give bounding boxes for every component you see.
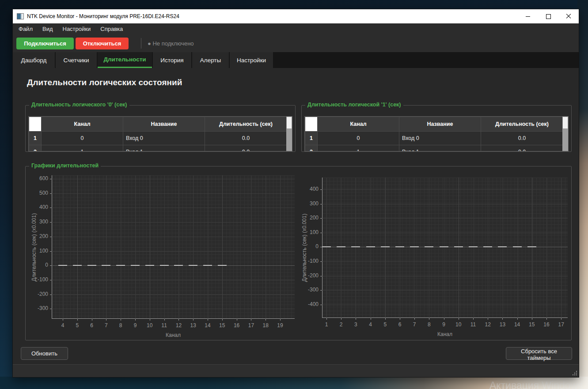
y-gridline [52,309,295,309]
cell-name[interactable]: Вход 1 [399,145,481,152]
cell-name[interactable]: Вход 1 [123,145,205,152]
row-number: 1 [305,132,318,145]
window-title: NTK Device Monitor - Мониторинг модуля P… [27,13,518,19]
x-tick-label: 18 [259,322,272,329]
tab-durations[interactable]: Длительности [98,52,152,68]
cell-duration[interactable]: 0.0 [481,132,563,145]
y-gridline [322,204,568,204]
y-gridline [52,251,295,252]
y-tick-mark [320,204,322,204]
x-tick-mark [561,318,561,320]
menu-view[interactable]: Вид [38,23,58,34]
cell-duration[interactable]: 0.0 [481,145,563,152]
x-tick-mark [150,319,150,321]
connection-status: ● Не подключено [148,40,194,47]
tab-alerts[interactable]: Алерты [192,52,229,68]
y-tick-mark [50,265,52,266]
x-tick-mark [106,319,106,321]
zero-duration-marker [203,265,212,266]
col-header-channel[interactable]: Канал [42,117,123,132]
x-tick-label: 17 [244,322,258,329]
menu-settings[interactable]: Настройки [58,23,96,34]
title-bar[interactable]: NTK Device Monitor - Мониторинг модуля P… [13,9,579,23]
x-gridline [178,175,179,319]
y-tick-label: -300 [298,287,319,293]
x-tick-label: 13 [496,321,509,328]
menu-help[interactable]: Справка [95,23,128,34]
cell-name[interactable]: Вход 0 [399,132,481,145]
x-gridline [193,175,193,319]
x-tick-mark [222,319,223,321]
tab-dashboard[interactable]: Дашборд [13,52,55,68]
y-gridline [52,208,295,208]
close-button[interactable] [558,9,579,23]
x-gridline [92,175,92,319]
reset-all-timers-button[interactable]: Сбросить все таймеры [506,347,572,360]
disconnect-button[interactable]: Отключиться [76,38,129,49]
chart-plot-area [52,175,295,319]
x-tick-mark [121,319,121,321]
x-tick-label: 5 [71,322,84,329]
refresh-button[interactable]: Обновить [21,347,68,360]
x-tick-mark [135,319,136,321]
minimize-button[interactable] [518,9,538,23]
cell-channel[interactable]: 0 [318,132,399,145]
x-tick-label: 2 [334,321,348,328]
cell-duration[interactable]: 0.0 [205,132,287,145]
x-tick-label: 10 [143,322,156,329]
x-tick-mark [473,318,474,320]
scrollbar-thumb[interactable] [286,117,292,129]
col-header-duration[interactable]: Длительность (сек) [205,117,287,132]
col-header-duration[interactable]: Длительность (сек) [481,117,563,132]
col-header-name[interactable]: Название [123,117,205,132]
zero-duration-marker [73,265,82,266]
x-tick-label: 7 [99,322,113,329]
vertical-scrollbar[interactable] [286,117,292,151]
duration-one-table[interactable]: Канал Название Длительность (сек) 10Вход… [305,117,563,151]
cell-channel[interactable]: 1 [318,145,399,152]
y-tick-mark [50,193,52,194]
table-row[interactable]: 21Вход 10.0 [29,145,287,152]
x-tick-label: 11 [158,322,171,329]
scrollbar-thumb[interactable] [562,117,568,129]
table-row[interactable]: 10Вход 00.0 [305,132,563,145]
zero-duration-marker [366,246,375,247]
x-tick-label: 14 [511,321,524,328]
x-gridline [385,178,386,318]
minimize-icon [526,16,530,17]
resize-grip[interactable] [572,370,577,375]
table-row[interactable]: 21Вход 10.0 [305,145,563,152]
zero-duration-marker [454,246,463,247]
y-tick-mark [50,280,52,280]
x-tick-mark [193,319,193,321]
zero-duration-marker [395,246,404,247]
maximize-button[interactable] [538,9,558,23]
tab-bar: Дашборд Счетчики Длительности История Ал… [13,52,579,68]
cell-channel[interactable]: 0 [42,132,123,145]
tab-history[interactable]: История [153,52,191,68]
duration-zero-table[interactable]: Канал Название Длительность (сек) 10Вход… [29,117,287,151]
tab-counters[interactable]: Счетчики [56,52,97,68]
cell-duration[interactable]: 0.0 [205,145,287,152]
y-tick-mark [320,233,322,233]
vertical-scrollbar[interactable] [562,117,568,151]
tab-settings[interactable]: Настройки [230,52,273,68]
y-gridline [322,290,568,291]
x-gridline [164,175,165,319]
table-row[interactable]: 10Вход 00.0 [29,132,287,145]
x-tick-mark [237,319,237,321]
zero-duration-marker [145,265,154,266]
cell-channel[interactable]: 1 [42,145,123,152]
x-gridline [488,178,488,318]
x-gridline [208,175,208,319]
page-title: Длительности логических состояний [27,78,182,87]
zero-duration-marker [469,246,478,247]
table-corner-cell[interactable] [29,117,42,132]
cell-name[interactable]: Вход 0 [123,132,205,145]
col-header-channel[interactable]: Канал [318,117,399,132]
menu-file[interactable]: Файл [14,23,38,34]
table-corner-cell[interactable] [305,117,318,132]
col-header-name[interactable]: Название [399,117,481,132]
chart-plot-area [322,178,568,318]
connect-button[interactable]: Подключиться [16,38,74,49]
